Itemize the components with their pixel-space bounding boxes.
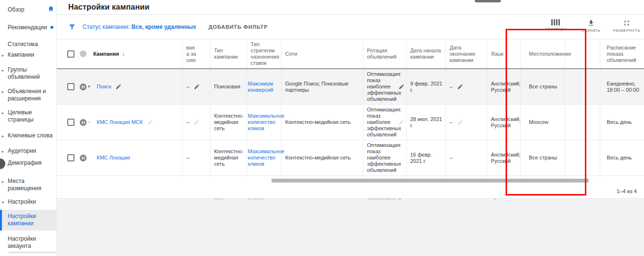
campaign-name-link[interactable]: КМС Локация bbox=[97, 155, 130, 161]
sidebar-item-ads-extensions[interactable]: ▸ Объявления и расширения bbox=[0, 88, 56, 102]
filter-value: Все, кроме удаленных bbox=[132, 24, 196, 30]
google-ads-app: Обзор Рекомендации Статистика ▸ Кампании… bbox=[0, 0, 644, 256]
title-bar: Настройки кампании bbox=[57, 0, 644, 15]
language-cell: Английский; Русский bbox=[487, 105, 520, 140]
end-date-cell: – bbox=[446, 140, 487, 176]
sidebar-item-landing-pages[interactable]: ▸ Целевые страницы bbox=[0, 109, 56, 123]
sort-descending-icon[interactable]: ↓ bbox=[122, 51, 125, 57]
edit-icon[interactable] bbox=[457, 119, 463, 125]
columns-icon bbox=[551, 19, 560, 25]
sidebar-item-label: Статистика bbox=[8, 41, 38, 48]
horizontal-scrollbar bbox=[57, 178, 644, 183]
download-label: СКАЧАТЬ bbox=[582, 28, 601, 33]
column-header-ad-schedule[interactable]: Расписание показа объявлений bbox=[600, 39, 644, 69]
chevron-right-icon: ▸ bbox=[2, 52, 4, 59]
paused-status-icon[interactable] bbox=[80, 84, 87, 90]
edit-icon[interactable] bbox=[457, 84, 463, 90]
bid-strategy-link[interactable]: Максимальное количество кликов bbox=[248, 148, 285, 167]
location-cell: Все страны bbox=[520, 69, 565, 105]
chevron-right-icon: ▸ bbox=[2, 110, 4, 117]
edit-icon[interactable] bbox=[398, 119, 405, 125]
chevron-right-icon: ▸ bbox=[2, 88, 4, 96]
page-title: Настройки кампании bbox=[68, 3, 149, 12]
pagination-row: 1–4 из 4 bbox=[57, 183, 644, 199]
sidebar-item-label: Ключевые слова bbox=[8, 132, 52, 139]
sidebar-item-placements[interactable]: ▸ Места размещения bbox=[0, 178, 56, 192]
chevron-right-icon: ▸ bbox=[2, 133, 4, 140]
chevron-down-icon: ▾ bbox=[2, 199, 4, 206]
horizontal-scrollbar-thumb[interactable] bbox=[272, 179, 589, 183]
sidebar-item-overview[interactable]: Обзор bbox=[0, 6, 56, 13]
expand-label: РАЗВЕРНУТЬ bbox=[613, 28, 641, 33]
column-header-language[interactable]: Язык bbox=[487, 39, 520, 69]
chevron-down-icon[interactable]: ▾ bbox=[88, 119, 92, 125]
column-header-start-date[interactable]: Дата начала кампании bbox=[406, 39, 446, 69]
sidebar-item-label: Кампании bbox=[8, 51, 34, 58]
status-circle-icon bbox=[80, 50, 87, 57]
empty-cell bbox=[565, 105, 600, 140]
sidebar-item-label: Группы объявлений bbox=[8, 66, 40, 80]
select-all-checkbox[interactable] bbox=[67, 50, 74, 58]
filter-label: Статус кампании: bbox=[83, 24, 130, 30]
sidebar-item-label: Настройки bbox=[8, 198, 36, 205]
campaign-type-cell: Контекстно-медийная сеть bbox=[210, 105, 247, 140]
sidebar-item-account-settings[interactable]: Настройки аккаунта bbox=[0, 235, 56, 250]
ad-rotation-cell: Оптимизация: показ наиболее эффективных … bbox=[367, 71, 402, 102]
sidebar-item-label: Аудитории bbox=[8, 147, 36, 154]
column-header-ad-rotation[interactable]: Ротация объявлений bbox=[363, 39, 406, 69]
campaign-type-cell: Поисковая bbox=[210, 69, 247, 105]
row-checkbox[interactable] bbox=[67, 154, 74, 161]
bid-strategy-link[interactable]: Максимум конверсий bbox=[248, 81, 273, 93]
networks-cell: Google Поиск; Поисковые партнеры bbox=[281, 69, 363, 105]
networks-cell: Контекстно-медийная сеть bbox=[281, 140, 363, 176]
column-header-campaign-type[interactable]: Тип кампании bbox=[210, 39, 247, 69]
filter-icon[interactable] bbox=[68, 23, 76, 31]
expand-icon bbox=[623, 19, 631, 27]
chevron-down-icon[interactable]: ▾ bbox=[88, 84, 92, 90]
columns-button[interactable]: СТОЛБЦЫ bbox=[543, 19, 568, 33]
schedule-cell: Весь день bbox=[600, 140, 644, 176]
table-row: ▾ Поиск – Поисковая Максимум конверсий G bbox=[57, 69, 644, 105]
sidebar-item-statistics[interactable]: Статистика bbox=[0, 41, 56, 48]
home-icon bbox=[48, 5, 54, 12]
edit-icon[interactable] bbox=[147, 119, 153, 125]
bid-strategy-link[interactable]: Максимальное количество кликов bbox=[248, 113, 285, 131]
clipped-header-line: сию bbox=[186, 57, 207, 63]
column-header-end-date[interactable]: Дата окончания кампании bbox=[446, 39, 487, 69]
sidebar-item-ad-groups[interactable]: ▸ Группы объявлений bbox=[0, 66, 56, 81]
table-row: КМС Локация – Контекстно-медийная сеть М… bbox=[57, 140, 644, 176]
column-header-clipped[interactable]: вая а за сию bbox=[182, 39, 210, 69]
edit-icon[interactable] bbox=[398, 84, 405, 90]
expand-button[interactable]: РАЗВЕРНУТЬ bbox=[614, 19, 639, 33]
download-button[interactable]: СКАЧАТЬ bbox=[579, 19, 604, 33]
add-filter-button[interactable]: ДОБАВИТЬ ФИЛЬТР bbox=[209, 24, 268, 30]
edit-icon[interactable] bbox=[194, 119, 200, 125]
sidebar-item-label: Настройки кампании bbox=[8, 213, 36, 227]
paused-status-icon[interactable] bbox=[80, 155, 87, 161]
sidebar-item-campaigns[interactable]: ▸ Кампании bbox=[0, 51, 56, 59]
main-content: Настройки кампании Статус кампании: Все,… bbox=[57, 0, 644, 256]
sidebar-item-audiences[interactable]: ▸ Аудитории bbox=[0, 147, 56, 155]
paused-status-icon[interactable] bbox=[80, 119, 87, 126]
campaign-status-filter[interactable]: Статус кампании: Все, кроме удаленных bbox=[83, 24, 196, 30]
language-cell: Английский; Русский bbox=[487, 69, 520, 105]
column-header-location[interactable]: Местоположение bbox=[520, 39, 565, 69]
sidebar-item-keywords[interactable]: ▸ Ключевые слова bbox=[0, 132, 56, 139]
column-header-campaign[interactable]: Кампания bbox=[93, 51, 119, 57]
edit-icon[interactable] bbox=[115, 84, 122, 90]
sidebar-item-settings[interactable]: ▾ Настройки bbox=[0, 198, 56, 206]
tooltip-sliver bbox=[475, 0, 501, 2]
campaign-type-cell: Контекстно-медийная сеть bbox=[210, 140, 247, 176]
sidebar-item-demographics[interactable]: ▸ Демография bbox=[0, 159, 56, 167]
location-cell: Все страны bbox=[520, 140, 565, 176]
row-checkbox[interactable] bbox=[67, 83, 74, 90]
row-checkbox[interactable] bbox=[67, 119, 74, 126]
column-header-bid-strategy[interactable]: Тип стратегии назначения ставок bbox=[247, 39, 281, 69]
sidebar-item-recommendations[interactable]: Рекомендации bbox=[0, 24, 56, 31]
campaign-name-link[interactable]: КМС Локация МСК bbox=[97, 119, 143, 125]
campaign-name-link[interactable]: Поиск bbox=[97, 84, 111, 90]
edit-icon[interactable] bbox=[194, 84, 200, 90]
schedule-cell: Весь день bbox=[600, 105, 644, 140]
sidebar-item-campaign-settings[interactable]: Настройки кампании bbox=[0, 210, 57, 231]
column-header-networks[interactable]: Сети bbox=[281, 39, 363, 69]
